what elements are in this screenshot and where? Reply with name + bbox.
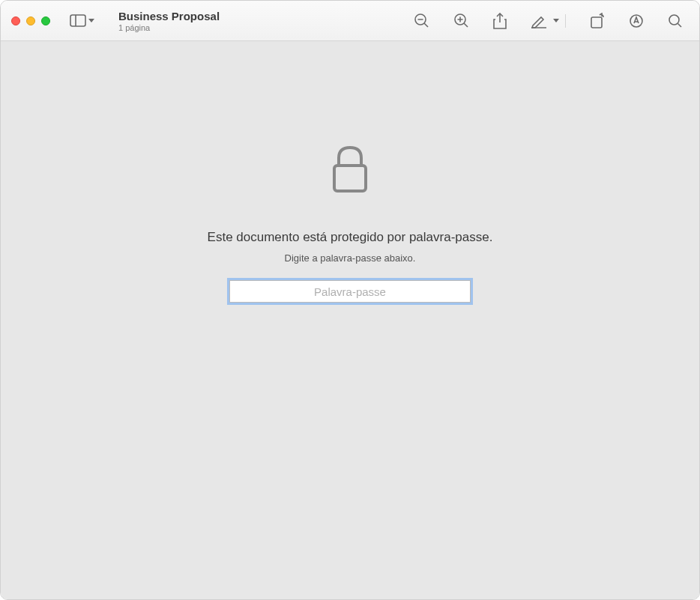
zoom-out-button[interactable] [414,13,429,28]
svg-rect-14 [334,166,366,191]
close-button[interactable] [11,16,20,25]
zoom-out-icon [414,13,429,28]
minimize-button[interactable] [26,16,35,25]
toolbar [414,13,689,29]
search-icon [668,13,683,28]
svg-line-3 [424,23,428,27]
svg-point-12 [669,15,679,25]
share-button[interactable] [493,13,507,29]
markup-button[interactable] [531,13,547,28]
highlight-button[interactable] [629,13,644,28]
search-button[interactable] [668,13,683,28]
markup-icon [531,13,547,28]
svg-line-13 [678,23,682,27]
content-area: Este documento está protegido por palavr… [1,41,699,599]
titlebar: Business Proposal 1 página [1,1,699,41]
window-controls [11,16,50,25]
password-input[interactable] [229,280,471,303]
document-title-area: Business Proposal 1 página [118,10,220,32]
zoom-in-icon [453,13,469,28]
chevron-down-icon [88,19,94,23]
svg-rect-10 [591,17,602,28]
markup-group [531,13,566,28]
markup-menu-button[interactable] [553,19,559,23]
divider [565,14,566,28]
svg-line-6 [464,23,468,27]
protected-message: Este documento está protegido por palavr… [208,230,493,245]
instruction-text: Digite a palavra-passe abaixo. [285,252,416,264]
document-subtitle: 1 página [118,23,220,32]
rotate-button[interactable] [590,13,605,29]
highlight-icon [629,13,644,28]
zoom-in-button[interactable] [453,13,469,28]
maximize-button[interactable] [41,16,50,25]
rotate-icon [590,13,605,29]
lock-icon [331,145,369,197]
document-title: Business Proposal [118,10,220,22]
share-icon [493,13,507,29]
sidebar-icon [70,14,86,27]
sidebar-toggle-button[interactable] [70,14,94,27]
svg-rect-0 [70,15,85,26]
chevron-down-icon [553,19,559,23]
